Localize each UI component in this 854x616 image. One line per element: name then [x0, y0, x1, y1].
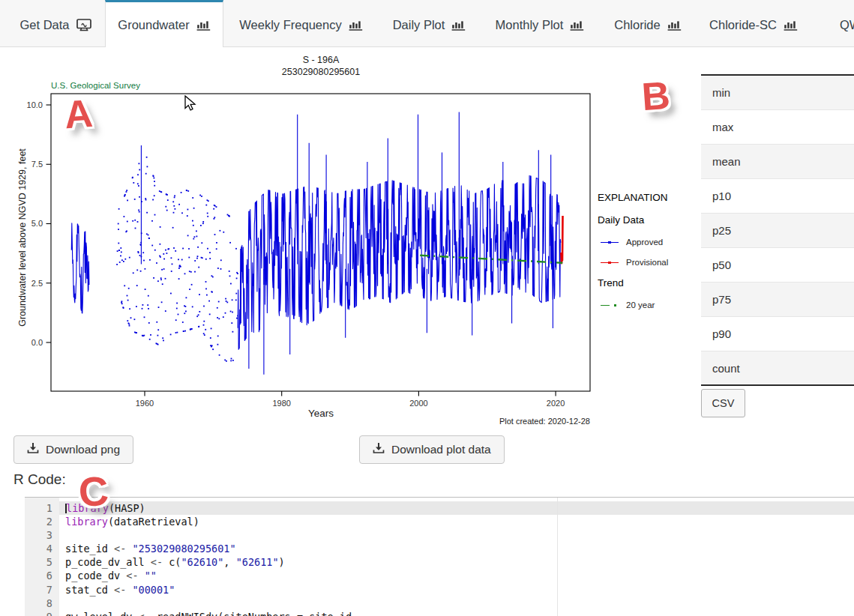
svg-text:Plot created: 2020-12-28: Plot created: 2020-12-28	[499, 417, 590, 426]
code-token: readNWISdv(siteNumbers = site_id	[151, 611, 352, 616]
stats-row-p50: p50	[701, 248, 854, 283]
tab-get-data[interactable]: Get Data	[6, 0, 105, 47]
tab-qw-p[interactable]: QW P	[811, 0, 854, 47]
code-token: ,	[223, 556, 235, 568]
stats-row-label: p25	[712, 224, 731, 237]
code-line-4: site_id <- "253029080295601"	[65, 542, 854, 555]
svg-text:S - 196A: S - 196A	[303, 55, 340, 65]
code-token: ""	[145, 570, 157, 582]
code-line-6: p_code_dv <- ""	[65, 569, 854, 582]
tab-daily-plot[interactable]: Daily Plot	[379, 0, 480, 47]
tab-label: Monthly Plot	[496, 18, 564, 32]
stats-row-label: p10	[712, 190, 731, 202]
code-token: c(	[163, 556, 181, 568]
code-line-1: library(HASP)	[65, 501, 854, 515]
stats-row-label: min	[712, 86, 730, 99]
download-icon	[373, 442, 385, 457]
code-line-7: stat_cd <- "00001"	[65, 583, 854, 597]
legend-entry-20-year: 20 year	[601, 301, 703, 309]
r-code-editor[interactable]: 123456789 library(HASP)library(dataRetri…	[25, 497, 854, 616]
svg-text:1960: 1960	[136, 399, 154, 408]
svg-text:7.5: 7.5	[31, 160, 43, 169]
legend-marker	[601, 241, 619, 244]
code-token: gw_level_dv	[65, 611, 139, 616]
tab-weekly-frequency[interactable]: Weekly Frequency	[223, 0, 379, 47]
line-number: 9	[25, 610, 52, 616]
legend-entry-approved: Approved	[601, 238, 703, 247]
code-token: p_code_dv_all	[65, 556, 151, 568]
code-token: site_id	[65, 543, 114, 555]
legend-label: Approved	[626, 238, 663, 247]
line-number: 6	[25, 569, 52, 582]
svg-text:253029080295601: 253029080295601	[282, 67, 360, 77]
stats-row-min: min	[701, 76, 854, 110]
code-token: p_code_dv	[65, 570, 126, 582]
line-number: 4	[25, 542, 52, 555]
tab-chloride[interactable]: Chloride	[600, 0, 696, 47]
tab-label: Daily Plot	[393, 18, 445, 32]
download-plot-data-button[interactable]: Download plot data	[359, 435, 505, 464]
legend-title: EXPLANATION	[598, 192, 703, 204]
stats-row-p25: p25	[701, 214, 854, 248]
code-token: <-	[126, 570, 138, 582]
stats-row-label: count	[712, 362, 740, 375]
code-token: (dataRetrieval)	[108, 516, 199, 528]
svg-text:Years: Years	[308, 408, 334, 419]
download-plot-data-label: Download plot data	[391, 443, 491, 456]
stats-row-label: p75	[712, 293, 731, 306]
legend-group-trend: Trend	[598, 277, 703, 289]
svg-text:0.0: 0.0	[31, 338, 43, 347]
code-token: <-	[114, 584, 126, 596]
app-root: Get DataGroundwaterWeekly FrequencyDaily…	[0, 0, 854, 616]
tab-label: Weekly Frequency	[239, 18, 341, 32]
groundwater-plot: 0.02.55.07.510.01960198020002020S - 196A…	[15, 48, 637, 430]
tab-label: QW P	[840, 18, 854, 32]
code-token: )	[279, 556, 285, 568]
mouse-cursor-icon	[184, 95, 197, 112]
bar-chart-icon	[570, 19, 584, 31]
tab-label: Chloride-SC	[709, 18, 777, 32]
code-token: "62610"	[181, 556, 223, 568]
stats-row-p75: p75	[701, 283, 854, 317]
download-png-button[interactable]: Download png	[13, 435, 133, 464]
line-number: 1	[25, 501, 52, 515]
tab-bar: Get DataGroundwaterWeekly FrequencyDaily…	[0, 0, 854, 46]
legend-label: 20 year	[626, 301, 655, 309]
stats-row-label: mean	[712, 155, 741, 168]
legend-marker	[601, 304, 619, 307]
line-number-gutter: 123456789	[25, 498, 59, 616]
line-number: 5	[25, 555, 52, 569]
tab-chloride-sc[interactable]: Chloride-SC	[696, 0, 811, 47]
tab-groundwater[interactable]: Groundwater	[105, 0, 223, 47]
code-line-9: gw_level_dv <- readNWISdv(siteNumbers = …	[65, 610, 854, 616]
code-line-5: p_code_dv_all <- c("62610", "62611")	[65, 555, 854, 569]
code-token: stat_cd	[65, 584, 114, 596]
line-number: 3	[25, 528, 52, 542]
bar-chart-icon	[784, 19, 798, 31]
tab-monthly-plot[interactable]: Monthly Plot	[480, 0, 600, 47]
bar-chart-icon	[349, 19, 363, 31]
code-line-2: library(dataRetrieval)	[65, 515, 854, 528]
stats-row-p90: p90	[701, 317, 854, 351]
code-token: (HASP)	[109, 502, 145, 514]
svg-text:2.5: 2.5	[31, 279, 43, 288]
code-token: <-	[151, 556, 163, 568]
desktop-icon	[76, 19, 91, 31]
bar-chart-icon	[667, 19, 682, 31]
code-token: "00001"	[132, 584, 175, 596]
code-line-8	[65, 597, 854, 610]
annotation-letter-a: A	[63, 91, 94, 137]
code-token: <-	[139, 611, 151, 616]
tab-label: Get Data	[19, 18, 69, 32]
stats-row-mean: mean	[701, 145, 854, 179]
csv-button[interactable]: CSV	[701, 389, 745, 417]
code-token: "62611"	[236, 556, 279, 568]
bar-chart-icon	[196, 19, 211, 31]
line-number: 2	[25, 515, 52, 528]
legend-label: Provisional	[626, 258, 668, 267]
legend-marker	[601, 262, 619, 264]
plot-legend: EXPLANATIONDaily DataApprovedProvisional…	[598, 192, 703, 309]
bar-chart-icon	[451, 19, 466, 31]
code-area[interactable]: library(HASP)library(dataRetrieval)site_…	[59, 498, 854, 616]
svg-text:U.S. Geological Survey: U.S. Geological Survey	[51, 81, 140, 90]
